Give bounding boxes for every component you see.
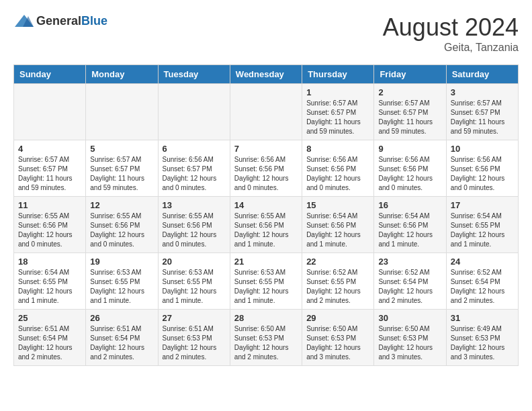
calendar-cell: 1Sunrise: 6:57 AM Sunset: 6:57 PM Daylig…	[302, 84, 374, 140]
day-number: 2	[378, 87, 441, 97]
day-number: 8	[306, 144, 369, 154]
calendar-cell: 30Sunrise: 6:50 AM Sunset: 6:53 PM Dayli…	[374, 310, 446, 366]
weekday-header: Saturday	[446, 65, 518, 84]
day-info: Sunrise: 6:55 AM Sunset: 6:56 PM Dayligh…	[90, 212, 153, 249]
calendar-cell: 13Sunrise: 6:55 AM Sunset: 6:56 PM Dayli…	[158, 197, 230, 253]
calendar-cell	[230, 84, 302, 140]
day-info: Sunrise: 6:56 AM Sunset: 6:56 PM Dayligh…	[378, 155, 441, 193]
day-info: Sunrise: 6:56 AM Sunset: 6:56 PM Dayligh…	[234, 155, 298, 193]
day-number: 6	[163, 144, 226, 154]
calendar-cell: 15Sunrise: 6:54 AM Sunset: 6:56 PM Dayli…	[302, 197, 374, 253]
day-number: 31	[451, 313, 514, 323]
weekday-header: Thursday	[302, 65, 374, 84]
day-number: 13	[163, 200, 226, 210]
calendar-cell: 7Sunrise: 6:56 AM Sunset: 6:56 PM Daylig…	[230, 140, 302, 197]
day-number: 4	[18, 144, 81, 154]
day-info: Sunrise: 6:52 AM Sunset: 6:55 PM Dayligh…	[306, 268, 369, 306]
day-info: Sunrise: 6:56 AM Sunset: 6:57 PM Dayligh…	[163, 155, 226, 193]
day-info: Sunrise: 6:52 AM Sunset: 6:54 PM Dayligh…	[451, 268, 514, 306]
title-area: August 2024 Geita, Tanzania	[383, 13, 519, 54]
day-info: Sunrise: 6:50 AM Sunset: 6:53 PM Dayligh…	[234, 324, 298, 362]
day-number: 18	[18, 257, 81, 267]
day-info: Sunrise: 6:54 AM Sunset: 6:55 PM Dayligh…	[18, 268, 81, 306]
calendar-cell: 27Sunrise: 6:51 AM Sunset: 6:53 PM Dayli…	[158, 310, 230, 366]
calendar-cell: 16Sunrise: 6:54 AM Sunset: 6:56 PM Dayli…	[374, 197, 446, 253]
logo-blue: Blue	[81, 14, 107, 28]
calendar-cell: 21Sunrise: 6:53 AM Sunset: 6:55 PM Dayli…	[230, 253, 302, 310]
day-info: Sunrise: 6:55 AM Sunset: 6:56 PM Dayligh…	[163, 212, 226, 249]
day-number: 17	[451, 200, 514, 210]
calendar-cell: 26Sunrise: 6:51 AM Sunset: 6:54 PM Dayli…	[86, 310, 158, 366]
day-info: Sunrise: 6:53 AM Sunset: 6:55 PM Dayligh…	[234, 268, 298, 306]
calendar-week-row: 11Sunrise: 6:55 AM Sunset: 6:56 PM Dayli…	[14, 197, 519, 253]
calendar-cell: 19Sunrise: 6:53 AM Sunset: 6:55 PM Dayli…	[86, 253, 158, 310]
day-number: 9	[378, 144, 441, 154]
weekday-header: Sunday	[14, 65, 86, 84]
calendar-cell: 24Sunrise: 6:52 AM Sunset: 6:54 PM Dayli…	[446, 253, 518, 310]
calendar-week-row: 18Sunrise: 6:54 AM Sunset: 6:55 PM Dayli…	[14, 253, 519, 310]
calendar-cell	[14, 84, 86, 140]
day-info: Sunrise: 6:56 AM Sunset: 6:56 PM Dayligh…	[306, 155, 369, 193]
day-info: Sunrise: 6:56 AM Sunset: 6:56 PM Dayligh…	[451, 155, 514, 193]
calendar-cell: 8Sunrise: 6:56 AM Sunset: 6:56 PM Daylig…	[302, 140, 374, 197]
day-info: Sunrise: 6:54 AM Sunset: 6:56 PM Dayligh…	[378, 212, 441, 249]
day-info: Sunrise: 6:57 AM Sunset: 6:57 PM Dayligh…	[451, 99, 514, 136]
day-info: Sunrise: 6:54 AM Sunset: 6:56 PM Dayligh…	[306, 212, 369, 249]
day-info: Sunrise: 6:50 AM Sunset: 6:53 PM Dayligh…	[306, 324, 369, 362]
day-number: 5	[90, 144, 153, 154]
day-number: 30	[378, 313, 441, 323]
day-info: Sunrise: 6:51 AM Sunset: 6:53 PM Dayligh…	[163, 324, 226, 362]
day-number: 14	[234, 200, 298, 210]
day-number: 22	[306, 257, 369, 267]
calendar-cell	[86, 84, 158, 140]
weekday-header: Tuesday	[158, 65, 230, 84]
day-info: Sunrise: 6:57 AM Sunset: 6:57 PM Dayligh…	[306, 99, 369, 136]
calendar-cell: 11Sunrise: 6:55 AM Sunset: 6:56 PM Dayli…	[14, 197, 86, 253]
calendar-cell: 6Sunrise: 6:56 AM Sunset: 6:57 PM Daylig…	[158, 140, 230, 197]
day-number: 3	[451, 87, 514, 97]
calendar-cell: 25Sunrise: 6:51 AM Sunset: 6:54 PM Dayli…	[14, 310, 86, 366]
day-number: 21	[234, 257, 298, 267]
calendar-cell: 18Sunrise: 6:54 AM Sunset: 6:55 PM Dayli…	[14, 253, 86, 310]
day-number: 24	[451, 257, 514, 267]
day-number: 25	[18, 313, 81, 323]
calendar-cell: 22Sunrise: 6:52 AM Sunset: 6:55 PM Dayli…	[302, 253, 374, 310]
calendar-cell: 17Sunrise: 6:54 AM Sunset: 6:55 PM Dayli…	[446, 197, 518, 253]
calendar-cell: 23Sunrise: 6:52 AM Sunset: 6:54 PM Dayli…	[374, 253, 446, 310]
month-title: August 2024	[383, 13, 519, 42]
weekday-header-row: SundayMondayTuesdayWednesdayThursdayFrid…	[14, 65, 519, 84]
calendar-cell: 12Sunrise: 6:55 AM Sunset: 6:56 PM Dayli…	[86, 197, 158, 253]
day-info: Sunrise: 6:51 AM Sunset: 6:54 PM Dayligh…	[18, 324, 81, 362]
calendar-cell: 2Sunrise: 6:57 AM Sunset: 6:57 PM Daylig…	[374, 84, 446, 140]
day-number: 23	[378, 257, 441, 267]
calendar-cell	[158, 84, 230, 140]
location-title: Geita, Tanzania	[383, 42, 519, 54]
day-info: Sunrise: 6:57 AM Sunset: 6:57 PM Dayligh…	[90, 155, 153, 193]
day-info: Sunrise: 6:49 AM Sunset: 6:53 PM Dayligh…	[451, 324, 514, 362]
day-number: 1	[306, 87, 369, 97]
calendar-cell: 5Sunrise: 6:57 AM Sunset: 6:57 PM Daylig…	[86, 140, 158, 197]
calendar-week-row: 4Sunrise: 6:57 AM Sunset: 6:57 PM Daylig…	[14, 140, 519, 197]
calendar-cell: 31Sunrise: 6:49 AM Sunset: 6:53 PM Dayli…	[446, 310, 518, 366]
calendar-cell: 28Sunrise: 6:50 AM Sunset: 6:53 PM Dayli…	[230, 310, 302, 366]
weekday-header: Monday	[86, 65, 158, 84]
day-number: 11	[18, 200, 81, 210]
day-info: Sunrise: 6:53 AM Sunset: 6:55 PM Dayligh…	[90, 268, 153, 306]
day-number: 16	[378, 200, 441, 210]
day-info: Sunrise: 6:52 AM Sunset: 6:54 PM Dayligh…	[378, 268, 441, 306]
day-number: 29	[306, 313, 369, 323]
weekday-header: Wednesday	[230, 65, 302, 84]
logo-icon	[15, 13, 34, 28]
day-number: 20	[163, 257, 226, 267]
day-number: 19	[90, 257, 153, 267]
calendar-cell: 9Sunrise: 6:56 AM Sunset: 6:56 PM Daylig…	[374, 140, 446, 197]
day-number: 26	[90, 313, 153, 323]
day-number: 28	[234, 313, 298, 323]
calendar-cell: 4Sunrise: 6:57 AM Sunset: 6:57 PM Daylig…	[14, 140, 86, 197]
day-info: Sunrise: 6:54 AM Sunset: 6:55 PM Dayligh…	[451, 212, 514, 249]
day-info: Sunrise: 6:55 AM Sunset: 6:56 PM Dayligh…	[18, 212, 81, 249]
day-info: Sunrise: 6:50 AM Sunset: 6:53 PM Dayligh…	[378, 324, 441, 362]
day-info: Sunrise: 6:51 AM Sunset: 6:54 PM Dayligh…	[90, 324, 153, 362]
calendar-table: SundayMondayTuesdayWednesdayThursdayFrid…	[13, 64, 519, 366]
day-number: 12	[90, 200, 153, 210]
